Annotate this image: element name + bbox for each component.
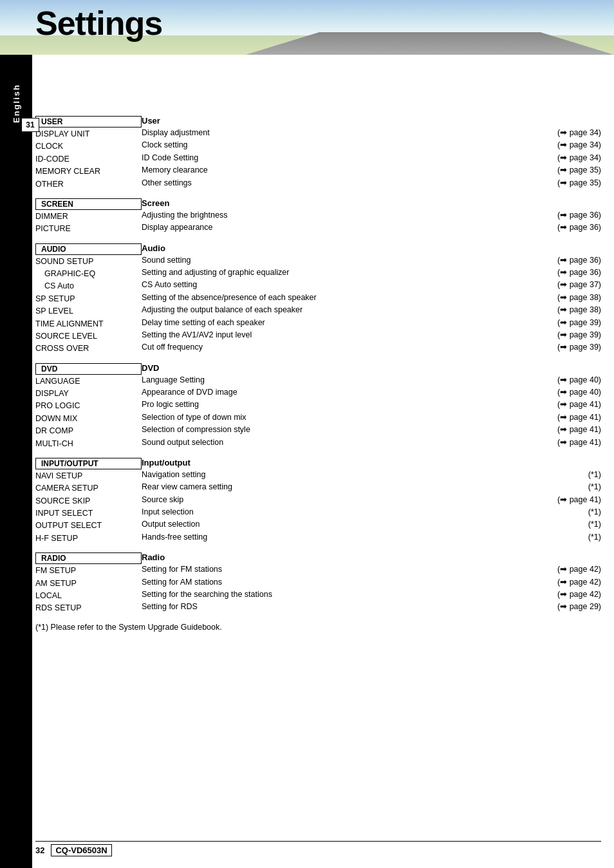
left-item-source-skip: SOURCE SKIP (35, 495, 142, 507)
section-user: USERDISPLAY UNITCLOCKID-CODEMEMORY CLEAR… (35, 116, 601, 191)
item-description: Adjusting the brightness (142, 209, 551, 222)
footnote: (*1) Please refer to the System Upgrade … (35, 623, 601, 632)
table-row: Cut off frequency(➡ page 39) (142, 341, 601, 354)
section-radio: RADIOFM SETUPAM SETUPLOCALRDS SETUPRadio… (35, 552, 601, 615)
section-screen-header: SCREEN (35, 198, 142, 210)
left-item-cross-over: CROSS OVER (35, 343, 142, 355)
item-reference: (➡ page 38) (557, 292, 601, 304)
left-item-output-select: OUTPUT SELECT (35, 520, 142, 532)
item-description: Sound setting (142, 254, 551, 267)
table-row: Appearance of DVD image(➡ page 40) (142, 386, 601, 399)
item-description: Setting for FM stations (142, 563, 551, 576)
left-item-input-select: INPUT SELECT (35, 507, 142, 520)
table-row: Pro logic setting(➡ page 41) (142, 399, 601, 411)
left-item-display: DISPLAY (35, 388, 142, 400)
section-user-header: USER (35, 116, 142, 127)
section-dvd-title: DVD (142, 363, 601, 373)
item-description: Memory clearance (142, 164, 551, 176)
left-item-graphic-eq: GRAPHIC-EQ (35, 268, 142, 280)
item-description: Output selection (142, 518, 582, 531)
item-reference: (➡ page 42) (557, 563, 601, 576)
section-screen-right: ScreenAdjusting the brightness(➡ page 36… (142, 198, 601, 236)
left-item-id-code: ID-CODE (35, 153, 142, 165)
table-row: Language Setting(➡ page 40) (142, 374, 601, 386)
item-description: Navigation setting (142, 469, 582, 481)
left-item-local: LOCAL (35, 590, 142, 602)
item-reference: (➡ page 41) (557, 494, 601, 506)
item-description: Delay time setting of each speaker (142, 317, 551, 329)
left-item-picture: PICTURE (35, 223, 142, 235)
item-reference: (➡ page 41) (557, 437, 601, 449)
header-road-graphic (246, 32, 614, 55)
table-row: Sound output selection(➡ page 41) (142, 437, 601, 449)
title-area: Settings (35, 6, 162, 40)
section-input_output: INPUT/OUTPUTNAVI SETUPCAMERA SETUPSOURCE… (35, 458, 601, 545)
left-item-memory-clear: MEMORY CLEAR (35, 165, 142, 178)
section-radio-right: RadioSetting for FM stations(➡ page 42)S… (142, 552, 601, 615)
item-description: Hands-free setting (142, 531, 582, 543)
table-row: Selection of compression style(➡ page 41… (142, 424, 601, 436)
section-screen-title: Screen (142, 198, 601, 208)
section-audio-title: Audio (142, 243, 601, 253)
item-reference: (*1) (588, 506, 601, 518)
footer-page-number: 32 (35, 845, 44, 855)
table-row: Display appearance(➡ page 36) (142, 222, 601, 234)
table-row: ID Code Setting(➡ page 34) (142, 152, 601, 164)
item-reference: (➡ page 36) (557, 222, 601, 234)
section-screen: SCREENDIMMERPICTUREScreenAdjusting the b… (35, 198, 601, 236)
item-reference: (➡ page 40) (557, 386, 601, 399)
section-screen-left: SCREENDIMMERPICTURE (35, 198, 142, 236)
item-reference: (*1) (588, 518, 601, 531)
section-audio-header: AUDIO (35, 243, 142, 255)
item-description: Setting of the absence/presence of each … (142, 292, 551, 304)
item-reference: (➡ page 37) (557, 279, 601, 291)
item-description: Setting for AM stations (142, 576, 551, 589)
main-content: USERDISPLAY UNITCLOCKID-CODEMEMORY CLEAR… (35, 55, 601, 632)
section-dvd-right: DVDLanguage Setting(➡ page 40)Appearance… (142, 363, 601, 450)
table-row: Input selection(*1) (142, 506, 601, 518)
left-item-display-unit: DISPLAY UNIT (35, 128, 142, 140)
item-reference: (*1) (588, 531, 601, 543)
item-description: Display adjustment (142, 127, 551, 139)
table-row: Clock setting(➡ page 34) (142, 139, 601, 151)
item-description: Selection of compression style (142, 424, 551, 436)
footer: 32 CQ-VD6503N (35, 841, 601, 856)
item-description: Appearance of DVD image (142, 386, 551, 399)
item-reference: (➡ page 35) (557, 177, 601, 189)
section-radio-title: Radio (142, 552, 601, 562)
page-number-box: 31 (21, 118, 39, 132)
section-radio-header: RADIO (35, 552, 142, 564)
table-row: Setting the AV1/AV2 input level(➡ page 3… (142, 329, 601, 341)
item-description: Language Setting (142, 374, 551, 386)
item-reference: (➡ page 29) (557, 601, 601, 613)
item-description: Setting for the searching the stations (142, 589, 551, 601)
item-reference: (➡ page 34) (557, 152, 601, 164)
left-item-dr-comp: DR COMP (35, 425, 142, 437)
table-row: Setting for AM stations(➡ page 42) (142, 576, 601, 589)
item-reference: (*1) (588, 469, 601, 481)
item-reference: (➡ page 34) (557, 139, 601, 151)
table-row: Setting and adjusting of graphic equaliz… (142, 267, 601, 279)
section-input_output-title: Input/output (142, 458, 601, 467)
item-reference: (➡ page 41) (557, 399, 601, 411)
page-title: Settings (35, 5, 162, 42)
table-row: Memory clearance(➡ page 35) (142, 164, 601, 176)
left-item-fm-setup: FM SETUP (35, 565, 142, 577)
table-row: Display adjustment(➡ page 34) (142, 127, 601, 139)
section-user-right: UserDisplay adjustment(➡ page 34)Clock s… (142, 116, 601, 191)
section-dvd-left: DVDLANGUAGEDISPLAYPRO LOGICDOWN MIXDR CO… (35, 363, 142, 450)
item-reference: (➡ page 38) (557, 304, 601, 316)
section-dvd-header: DVD (35, 363, 142, 375)
table-row: Source skip(➡ page 41) (142, 494, 601, 506)
left-item-source-level: SOURCE LEVEL (35, 330, 142, 343)
section-user-title: User (142, 116, 601, 126)
table-row: Setting for RDS(➡ page 29) (142, 601, 601, 613)
left-item-sp-setup: SP SETUP (35, 293, 142, 305)
left-item-h-f-setup: H-F SETUP (35, 533, 142, 545)
item-reference: (➡ page 34) (557, 127, 601, 139)
left-item-other: OTHER (35, 178, 142, 191)
left-item-cs-auto: CS Auto (35, 280, 142, 292)
table-row: Rear view camera setting(*1) (142, 481, 601, 493)
left-item-sound-setup: SOUND SETUP (35, 256, 142, 268)
left-item-sp-level: SP LEVEL (35, 305, 142, 317)
